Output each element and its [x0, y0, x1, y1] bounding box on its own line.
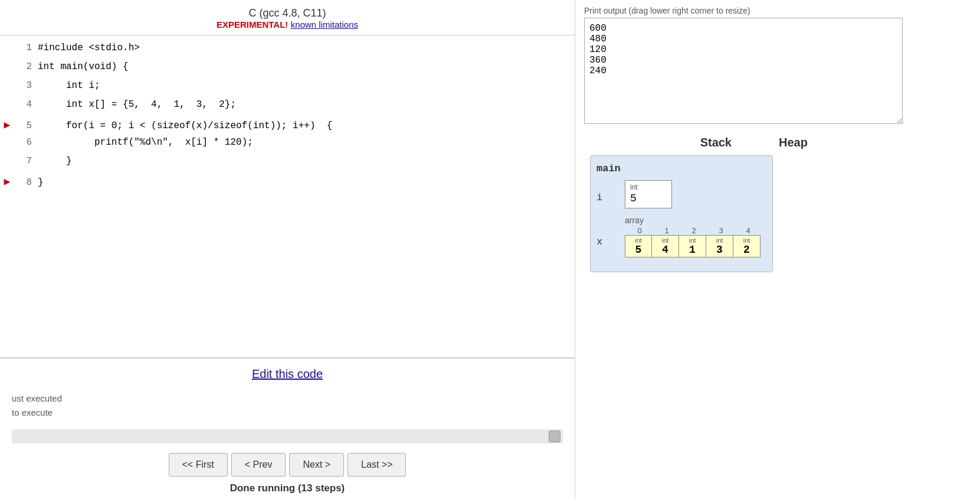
print-line-4: 360	[589, 55, 897, 66]
code-line-1: 1 #include <stdio.h>	[0, 41, 575, 60]
stack-heap-header: Stack Heap	[584, 136, 971, 149]
var-type-i: int	[630, 183, 667, 191]
array-indices: 0 1 2 3 4	[625, 226, 762, 235]
line-num-5: 5	[14, 120, 38, 131]
language-title: C (gcc 4.8, C11)	[0, 7, 575, 19]
execution-status: ust executed to execute	[0, 387, 575, 425]
line-code-4: int x[] = {5, 4, 1, 3, 2};	[38, 99, 575, 110]
array-cell-3: int 3	[706, 235, 733, 257]
line-code-7: }	[38, 156, 575, 167]
edit-link-area: Edit this code	[0, 358, 575, 387]
left-panel: C (gcc 4.8, C11) EXPERIMENTAL! known lim…	[0, 0, 575, 499]
array-index-0: 0	[626, 226, 653, 235]
array-index-3: 3	[707, 226, 735, 235]
var-row-x: x array 0 1 2 3 4 int 5 int	[596, 216, 766, 257]
frame-name: main	[596, 163, 766, 174]
next-button[interactable]: Next >	[289, 453, 344, 477]
line-num-2: 2	[14, 61, 38, 72]
print-line-2: 480	[589, 34, 897, 44]
prev-button[interactable]: < Prev	[231, 453, 286, 477]
to-execute-text: to execute	[12, 406, 563, 420]
right-panel: Print output (drag lower right corner to…	[575, 0, 980, 499]
array-index-2: 2	[680, 226, 707, 235]
line-num-7: 7	[14, 156, 38, 167]
experimental-label: EXPERIMENTAL!	[217, 19, 288, 30]
array-cell-4: int 2	[733, 235, 761, 257]
line-code-2: int main(void) {	[38, 61, 575, 72]
known-limitations-link[interactable]: known limitations	[291, 19, 358, 30]
print-line-1: 600	[589, 23, 897, 34]
line-code-3: int i;	[38, 80, 575, 91]
line-num-4: 4	[14, 99, 38, 110]
line-code-1: #include <stdio.h>	[38, 43, 575, 53]
line-code-6: printf("%d\n", x[i] * 120);	[38, 137, 575, 148]
array-type-label: array	[625, 216, 762, 225]
print-line-3: 120	[589, 44, 897, 55]
code-line-7: 7 }	[0, 155, 575, 174]
stack-label: Stack	[590, 136, 779, 149]
array-cell-1: int 4	[652, 235, 679, 257]
code-line-2: 2 int main(void) {	[0, 60, 575, 79]
code-header: C (gcc 4.8, C11) EXPERIMENTAL! known lim…	[0, 0, 575, 35]
var-label-i: i	[596, 180, 620, 203]
code-line-5: ▶ 5 for(i = 0; i < (sizeof(x)/sizeof(int…	[0, 117, 575, 136]
line-code-5: for(i = 0; i < (sizeof(x)/sizeof(int)); …	[38, 120, 575, 131]
line-code-8: }	[38, 177, 575, 188]
line-num-6: 6	[14, 137, 38, 148]
code-area: 1 #include <stdio.h> 2 int main(void) { …	[0, 35, 575, 357]
var-row-i: i int 5	[596, 180, 766, 208]
array-cells: int 5 int 4 int 1 int 3	[625, 235, 762, 257]
print-line-5: 240	[589, 66, 897, 76]
just-executed-text: ust executed	[12, 392, 563, 406]
code-line-8: ▶ 8 }	[0, 174, 575, 193]
edit-this-code-link[interactable]: Edit this code	[252, 367, 323, 380]
array-container-x: array 0 1 2 3 4 int 5 int 4	[625, 216, 762, 257]
print-output-box[interactable]: 600 480 120 360 240	[584, 18, 903, 124]
line-arrow-8: ▶	[0, 175, 14, 188]
scrollbar-area[interactable]	[12, 429, 563, 443]
line-num-3: 3	[14, 80, 38, 91]
code-line-4: 4 int x[] = {5, 4, 1, 3, 2};	[0, 98, 575, 117]
var-value-i: 5	[630, 193, 667, 204]
line-arrow-5: ▶	[0, 118, 14, 131]
print-output-label: Print output (drag lower right corner to…	[584, 6, 971, 15]
first-button[interactable]: << First	[169, 453, 228, 477]
var-box-i: int 5	[625, 180, 672, 208]
array-index-4: 4	[735, 226, 762, 235]
array-cell-0: int 5	[625, 235, 652, 257]
array-cell-2: int 1	[679, 235, 706, 257]
line-num-1: 1	[14, 43, 38, 53]
done-text: Done running (13 steps)	[0, 480, 575, 499]
code-line-3: 3 int i;	[0, 79, 575, 98]
stack-frame-main: main i int 5 x array 0 1 2 3 4	[590, 155, 773, 272]
array-index-1: 1	[653, 226, 680, 235]
scrollbar-thumb[interactable]	[549, 430, 561, 442]
code-line-6: 6 printf("%d\n", x[i] * 120);	[0, 136, 575, 155]
nav-buttons: << First < Prev Next > Last >>	[0, 448, 575, 480]
var-label-x: x	[596, 216, 620, 247]
heap-label: Heap	[779, 136, 808, 149]
line-num-8: 8	[14, 177, 38, 188]
last-button[interactable]: Last >>	[348, 453, 406, 477]
